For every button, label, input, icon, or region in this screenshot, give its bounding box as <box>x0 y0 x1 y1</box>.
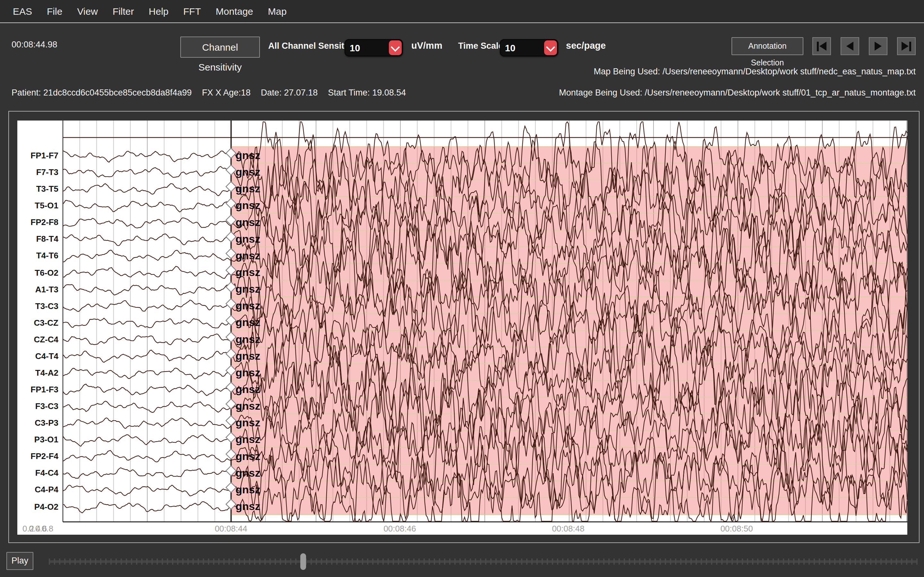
slider-thumb[interactable] <box>300 553 306 570</box>
gnsz-annotation-label[interactable]: gnsz <box>236 467 260 479</box>
slider-tick <box>198 558 199 565</box>
gnsz-annotation-label[interactable]: gnsz <box>236 433 260 445</box>
gnsz-annotation-label[interactable]: gnsz <box>236 283 260 295</box>
gnsz-annotation-label[interactable]: gnsz <box>236 450 260 462</box>
gnsz-annotation-label[interactable]: gnsz <box>236 182 260 195</box>
slider-tick <box>521 558 522 565</box>
menu-item-montage[interactable]: Montage <box>216 6 253 17</box>
slider-tick <box>557 558 558 565</box>
slider-tick <box>634 558 635 565</box>
slider-tick <box>696 558 697 565</box>
slider-tick <box>670 558 671 565</box>
gnsz-annotation-label[interactable]: gnsz <box>236 316 260 328</box>
eeg-plot-panel: gnszgnszgnszgnszgnszgnszgnszgnszgnszgnsz… <box>8 111 919 543</box>
time-scale-dropdown[interactable]: 10 <box>500 39 558 56</box>
slider-tick <box>649 558 651 565</box>
dropdown-arrow-button[interactable] <box>544 40 557 55</box>
gnsz-annotation-label[interactable]: gnsz <box>236 400 260 412</box>
menu-item-file[interactable]: File <box>47 6 62 17</box>
time-tick-label: 00:08:44 <box>215 524 247 533</box>
all-channel-sensitivity-dropdown[interactable]: 10 <box>344 39 403 56</box>
slider-tick <box>434 558 435 565</box>
gnsz-annotation-label[interactable]: gnsz <box>236 500 260 512</box>
eeg-waveform-area[interactable]: gnszgnszgnszgnszgnszgnszgnszgnszgnszgnsz… <box>17 121 907 535</box>
slider-tick <box>824 558 825 565</box>
gnsz-annotation-label[interactable]: gnsz <box>236 149 260 161</box>
gnsz-annotation-label[interactable]: gnsz <box>236 199 260 211</box>
slider-tick <box>341 558 342 565</box>
menu-bar: EASFileViewFilterHelpFFTMontageMap <box>0 0 924 23</box>
sec-per-page-label: sec/page <box>566 40 606 51</box>
gnsz-annotation-label[interactable]: gnsz <box>236 383 260 395</box>
slider-tick <box>711 558 712 565</box>
slider-tick <box>798 558 800 565</box>
gnsz-annotation-label[interactable]: gnsz <box>236 250 260 261</box>
slider-tick <box>896 558 897 565</box>
slider-tick <box>192 558 194 565</box>
gnsz-annotation-label[interactable]: gnsz <box>236 233 260 245</box>
play-button[interactable]: Play <box>6 552 33 570</box>
slider-tick <box>772 558 774 565</box>
gnsz-annotation-label[interactable]: gnsz <box>236 266 260 278</box>
slider-tick <box>454 558 456 565</box>
slider-tick <box>598 558 599 565</box>
slider-tick <box>285 558 286 565</box>
channel-label-f7-t3: F7-T3 <box>20 167 58 177</box>
previous-page-button[interactable] <box>841 37 859 55</box>
next-page-button[interactable] <box>869 37 887 55</box>
slider-tick <box>403 558 404 565</box>
slider-tick <box>280 558 281 565</box>
slider-tick <box>270 558 271 565</box>
slider-tick <box>778 558 779 565</box>
slider-tick <box>162 558 163 565</box>
time-scale-value: 10 <box>500 43 544 53</box>
slider-tick <box>501 558 502 565</box>
gnsz-annotation-label[interactable]: gnsz <box>236 416 260 429</box>
time-scale-label: Time Scale <box>458 41 503 51</box>
slider-tick <box>357 558 358 565</box>
gnsz-annotation-label[interactable]: gnsz <box>236 350 260 362</box>
slider-tick <box>393 558 394 565</box>
slider-tick <box>685 558 687 565</box>
slider-tick <box>429 558 430 565</box>
gnsz-annotation-label[interactable]: gnsz <box>236 366 260 379</box>
annotation-selection-button[interactable]: Annotation Selection <box>732 37 803 55</box>
menu-item-eas[interactable]: EAS <box>13 6 32 17</box>
channel-label-t3-t5: T3-T5 <box>20 184 58 194</box>
slider-tick <box>326 558 327 565</box>
slider-tick <box>834 558 835 565</box>
menu-item-help[interactable]: Help <box>149 6 169 17</box>
eas-application-window: EASFileViewFilterHelpFFTMontageMap 00:08… <box>0 0 924 577</box>
slider-tick <box>747 558 748 565</box>
slider-tick <box>85 558 86 565</box>
gnsz-annotation-label[interactable]: gnsz <box>236 166 260 178</box>
channel-sensitivity-button[interactable]: Channel Sensitivity <box>180 37 260 58</box>
channel-label-p4-o2: P4-O2 <box>20 502 58 512</box>
slider-tick <box>275 558 276 565</box>
slider-tick <box>187 558 189 565</box>
slider-tick <box>244 558 245 565</box>
slider-tick <box>819 558 820 565</box>
channel-label-fp1-f7: FP1-F7 <box>20 151 58 161</box>
skip-to-first-button[interactable] <box>813 37 831 55</box>
slider-tick <box>490 558 491 565</box>
page-position-slider[interactable] <box>49 555 916 568</box>
gnsz-annotation-label[interactable]: gnsz <box>236 300 260 311</box>
slider-track[interactable] <box>49 560 916 563</box>
menu-item-filter[interactable]: Filter <box>113 6 134 17</box>
slider-tick <box>470 558 471 565</box>
menu-item-fft[interactable]: FFT <box>183 6 201 17</box>
slider-tick <box>352 558 353 565</box>
slider-tick <box>418 558 420 565</box>
gnsz-annotation-label[interactable]: gnsz <box>236 484 260 496</box>
skip-to-last-button[interactable] <box>897 37 916 55</box>
gnsz-annotation-label[interactable]: gnsz <box>236 216 260 228</box>
dropdown-arrow-button[interactable] <box>389 40 402 55</box>
menu-item-map[interactable]: Map <box>268 6 286 17</box>
slider-tick <box>59 558 60 565</box>
slider-tick <box>901 558 902 565</box>
slider-tick <box>157 558 158 565</box>
gnsz-annotation-label[interactable]: gnsz <box>236 333 260 345</box>
slider-tick <box>49 558 50 565</box>
menu-item-view[interactable]: View <box>77 6 98 17</box>
